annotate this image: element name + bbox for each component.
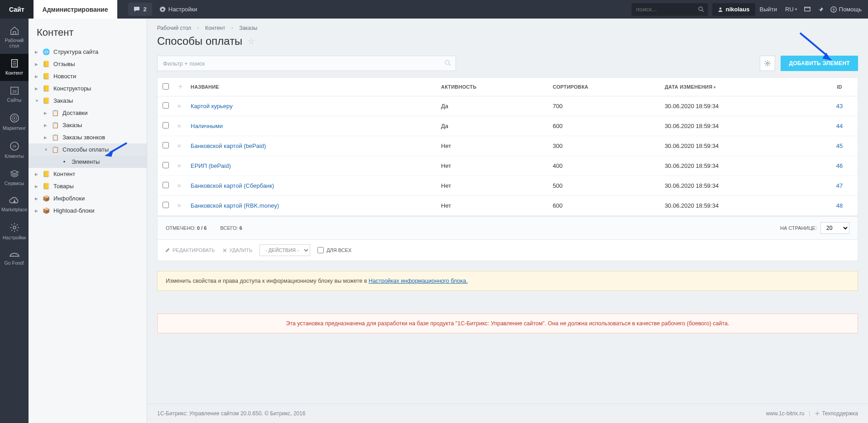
pin-button[interactable] (814, 0, 828, 19)
tree-panel: Контент ▶🌐Структура сайта ▶📒Отзывы ▶📒Нов… (29, 19, 147, 423)
filter-input[interactable]: Фильтр + поиск (157, 56, 456, 71)
gear-icon (9, 222, 20, 233)
settings-button[interactable]: Настройки (154, 0, 203, 19)
row-menu-button[interactable]: ≡ (177, 162, 181, 169)
row-date: 30.06.2020 18:59:34 (661, 96, 821, 116)
search-input[interactable] (632, 3, 695, 16)
row-checkbox[interactable] (163, 202, 169, 208)
logout-button[interactable]: Выйти (755, 0, 782, 19)
expand-icon: ▶ (35, 172, 39, 176)
row-name-link[interactable]: ЕРИП (bePaid) (191, 162, 231, 169)
tree-item-reviews[interactable]: ▶📒Отзывы (29, 58, 147, 70)
select-all-checkbox[interactable] (163, 83, 169, 90)
tree-item-delivery[interactable]: ▶📋Доставки (29, 107, 147, 119)
tree-item-callbacks[interactable]: ▶📋Заказы звонков (29, 131, 147, 143)
selected-value: 0 / 6 (197, 225, 206, 231)
for-all-checkbox-label[interactable]: ДЛЯ ВСЕХ (317, 247, 351, 253)
chat-icon (134, 6, 141, 13)
notifications-button[interactable]: 2 (128, 3, 152, 16)
info-box: Изменить свойства и права доступа к инфо… (157, 271, 858, 291)
pin-icon (818, 7, 824, 12)
rail-gofood[interactable]: Go Food! (0, 246, 29, 271)
col-sort[interactable]: СОРТИРОВКА (549, 78, 661, 96)
tree-item-payment-methods[interactable]: ▼📋Способы оплаты (29, 143, 147, 156)
crumb-content[interactable]: Контент (205, 25, 225, 31)
tab-admin[interactable]: Администрирование (34, 0, 117, 19)
crumb-desktop[interactable]: Рабочий стол (157, 25, 191, 31)
lang-selector[interactable]: RU ▾ (782, 0, 801, 19)
search-button[interactable] (695, 3, 708, 16)
row-name-link[interactable]: Банковской картой (Сбербанк) (191, 182, 274, 189)
row-checkbox[interactable] (163, 142, 169, 148)
tree-item-elements[interactable]: •Элементы (29, 156, 147, 168)
help-button[interactable]: ? Помощь (828, 0, 868, 19)
row-checkbox[interactable] (163, 102, 169, 109)
row-name-link[interactable]: Картой курьеру (191, 103, 233, 109)
rail-marketplace[interactable]: Marketplace (0, 191, 29, 218)
row-id-link[interactable]: 46 (836, 162, 843, 169)
rail-content[interactable]: Контент (0, 54, 29, 81)
gear-icon (764, 60, 771, 67)
grid-settings-button[interactable] (760, 56, 775, 71)
col-name[interactable]: НАЗВАНИЕ (187, 78, 437, 96)
row-active: Нет (437, 136, 549, 156)
col-active[interactable]: АКТИВНОСТЬ (437, 78, 549, 96)
user-button[interactable]: nikolaus (712, 3, 755, 16)
row-checkbox[interactable] (163, 182, 169, 188)
row-menu-button[interactable]: ≡ (177, 123, 181, 129)
row-date: 30.06.2020 18:59:34 (661, 176, 821, 196)
row-id-link[interactable]: 44 (836, 123, 843, 129)
col-id[interactable]: ID (821, 78, 858, 96)
row-name-link[interactable]: Банковской картой (RBK.money) (191, 202, 279, 209)
tree-item-orders2[interactable]: ▶📋Заказы (29, 119, 147, 131)
tree-item-content[interactable]: ▶📒Контент (29, 168, 147, 180)
col-date[interactable]: ДАТА ИЗМЕНЕНИЯ▾ (661, 78, 821, 96)
add-element-button[interactable]: ДОБАВИТЬ ЭЛЕМЕНТ (781, 56, 858, 71)
for-all-checkbox[interactable] (317, 247, 324, 253)
rail-marketing[interactable]: Маркетинг (0, 108, 29, 136)
tab-site[interactable]: Сайт (0, 0, 34, 19)
tree-item-highload[interactable]: ▶📦Highload-блоки (29, 204, 147, 217)
rail-clients[interactable]: 24 Клиенты (0, 136, 29, 164)
info-link[interactable]: Настройках информационного блока. (369, 278, 468, 284)
crumb-orders[interactable]: Заказы (239, 25, 257, 31)
tree-item-constructors[interactable]: ▶📒Конструкторы (29, 82, 147, 95)
footer-support-link[interactable]: Техподдержка (822, 410, 858, 417)
search-icon (445, 60, 451, 67)
row-checkbox[interactable] (163, 122, 169, 128)
row-menu-button[interactable]: ≡ (177, 182, 181, 189)
dish-icon (9, 250, 20, 258)
row-checkbox[interactable] (163, 162, 169, 168)
row-settings-header[interactable] (174, 78, 187, 96)
edit-button[interactable]: РЕДАКТИРОВАТЬ (165, 247, 215, 253)
actions-select[interactable]: - ДЕЙСТВИЯ - (259, 244, 310, 256)
for-all-label: ДЛЯ ВСЕХ (326, 247, 351, 253)
tree-item-orders[interactable]: ▼📒Заказы (29, 95, 147, 107)
row-menu-button[interactable]: ≡ (177, 143, 181, 149)
rail-sites[interactable]: 24 Сайты (0, 81, 29, 108)
row-menu-button[interactable]: ≡ (177, 103, 181, 109)
tree-item-infoblocks[interactable]: ▶📦Инфоблоки (29, 192, 147, 204)
row-id-link[interactable]: 48 (836, 202, 843, 209)
footer-site-link[interactable]: www.1c-bitrix.ru (766, 410, 805, 417)
tree-item-products[interactable]: ▶📒Товары (29, 180, 147, 192)
row-name-link[interactable]: Наличными (191, 123, 223, 129)
row-date: 30.06.2020 18:59:34 (661, 116, 821, 136)
svg-line-20 (449, 64, 451, 66)
row-id-link[interactable]: 43 (836, 103, 843, 109)
cloud-icon (9, 196, 20, 205)
rail-services[interactable]: Сервисы (0, 164, 29, 191)
perpage-select[interactable]: 20 (820, 222, 849, 234)
settings-label: Настройки (168, 6, 197, 13)
row-id-link[interactable]: 47 (836, 182, 843, 189)
favorite-button[interactable]: ☆ (248, 36, 255, 46)
presentation-button[interactable] (801, 0, 814, 19)
row-menu-button[interactable]: ≡ (177, 202, 181, 209)
row-name-link[interactable]: Банковской картой (bePaid) (191, 143, 266, 149)
rail-settings[interactable]: Настройки (0, 218, 29, 246)
rail-desktop[interactable]: Рабочий стол (0, 21, 29, 54)
delete-button[interactable]: УДАЛИТЬ (222, 247, 253, 253)
row-id-link[interactable]: 45 (836, 143, 843, 149)
tree-item-news[interactable]: ▶📒Новости (29, 70, 147, 82)
tree-item-structure[interactable]: ▶🌐Структура сайта (29, 46, 147, 58)
